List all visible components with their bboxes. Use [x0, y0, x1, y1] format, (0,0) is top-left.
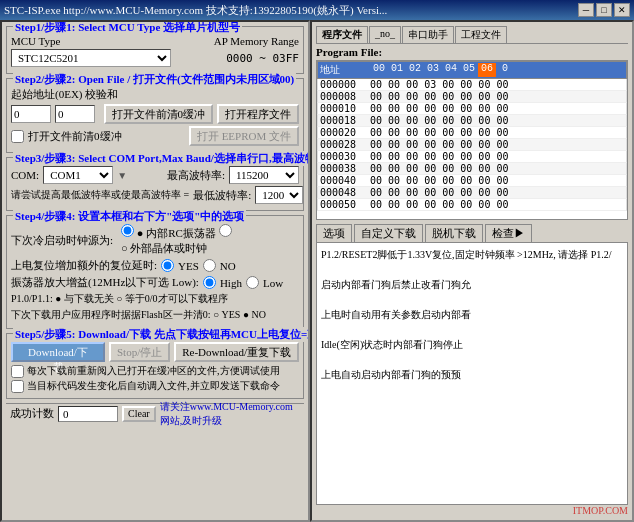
- clock-rc-radio[interactable]: [121, 224, 134, 237]
- close-button[interactable]: ✕: [614, 3, 630, 17]
- redownload-button[interactable]: Re-Download/重复下载: [174, 342, 299, 362]
- amp-label: 振荡器放大增益(12MHz以下可选 Low):: [11, 275, 199, 290]
- amp-high-radio[interactable]: [203, 276, 216, 289]
- amp-high-label: High: [220, 277, 242, 289]
- hex-col-07: 0: [496, 63, 514, 77]
- tab-custom-download[interactable]: 自定义下载: [354, 224, 423, 242]
- option-5: 上电自动启动内部看门狗的预预: [321, 367, 623, 382]
- mcu-type-select[interactable]: STC12C5201 STC12C5202 STC12C5A60S2: [11, 49, 171, 67]
- clear-label: 下次下载用户应用程序时据据Flash区一并清0: ○ YES ● NO: [11, 308, 266, 322]
- title-bar-buttons: ─ □ ✕: [578, 3, 630, 17]
- right-bottom-tabs: 选项 自定义下载 脱机下载 检查▶: [316, 224, 628, 242]
- reset-no-label: NO: [220, 260, 236, 272]
- left-panel: Step1/步骤1: Select MCU Type 选择单片机型号 MCU T…: [0, 20, 310, 522]
- min-baud-select[interactable]: 1200: [255, 186, 303, 204]
- count-value: 0: [63, 408, 69, 420]
- com-label: COM:: [11, 169, 39, 181]
- tab-no[interactable]: _no_: [369, 26, 401, 43]
- hex-col-04: 04: [442, 63, 460, 77]
- tab-project-file[interactable]: 工程文件: [455, 26, 507, 43]
- hex-row: 00000800 00 00 00 00 00 00 00: [317, 91, 627, 103]
- open-eeprom-button: 打开 EEPROM 文件: [189, 126, 299, 146]
- start-addr-input[interactable]: [11, 105, 51, 123]
- min-baud-hint: 请尝试提高最低波特率或使最高波特率 =: [11, 188, 189, 202]
- maximize-button[interactable]: □: [596, 3, 612, 17]
- option-1: P1.2/RESET2脚低于1.33V复位,固定时钟频率 >12MHz, 请选择…: [321, 247, 623, 262]
- hex-col-03: 03: [424, 63, 442, 77]
- tab-check[interactable]: 检查▶: [485, 224, 532, 242]
- program-file-label: Program File:: [316, 46, 382, 58]
- autoload-check[interactable]: [11, 380, 24, 393]
- right-panel: 程序文件 _no_ 串口助手 工程文件 Program File: 地址 00 …: [310, 20, 634, 522]
- clock-rc-label: ● 内部RC振荡器: [137, 227, 216, 239]
- hex-row: 00003000 00 00 00 00 00 00 00: [317, 151, 627, 163]
- hex-column-header: 地址 00 01 02 03 04 05 06 0: [317, 61, 627, 79]
- checksum-input[interactable]: [55, 105, 95, 123]
- clock-label: 下次冷启动时钟源为:: [11, 233, 113, 248]
- reload-check[interactable]: [11, 365, 24, 378]
- options-panel: P1.2/RESET2脚低于1.33V复位,固定时钟频率 >12MHz, 请选择…: [316, 242, 628, 505]
- hex-row: 00002800 00 00 00 00 00 00 00: [317, 139, 627, 151]
- p1-label: P1.0/P1.1: ● 与下载无关 ○ 等于0/0才可以下载程序: [11, 292, 228, 306]
- stop-button: Stop/停止: [109, 342, 170, 362]
- hex-addr-header: 地址: [320, 63, 370, 77]
- open-clear-button[interactable]: 打开文件前清0缓冲: [104, 104, 214, 124]
- hex-col-01: 01: [388, 63, 406, 77]
- min-baud-label: 最低波特率:: [193, 188, 251, 203]
- hex-col-00: 00: [370, 63, 388, 77]
- main-content: Step1/步骤1: Select MCU Type 选择单片机型号 MCU T…: [0, 20, 634, 522]
- hex-col-05: 05: [460, 63, 478, 77]
- clock-ext-label: ○ 外部晶体或时钟: [121, 242, 207, 254]
- com-select[interactable]: COM1: [43, 166, 113, 184]
- option-2: 启动内部看门狗后禁止改看门狗允: [321, 277, 623, 292]
- hex-row: 00005000 00 00 00 00 00 00 00: [317, 199, 627, 211]
- open-prog-button[interactable]: 打开程序文件: [217, 104, 299, 124]
- watermark: ITMOP.COM: [316, 505, 628, 516]
- hex-row: 00000000 00 00 03 00 00 00 00: [317, 79, 627, 91]
- option-3: 上电时自动用有关参数启动内部看: [321, 307, 623, 322]
- max-baud-label: 最高波特率:: [167, 168, 225, 183]
- open-clear2-checkbox[interactable]: [11, 130, 24, 143]
- addr-label: 起始地址(0EX) 校验和: [11, 87, 118, 102]
- status-link: 请关注www.MCU-Memory.com网站,及时升级: [160, 400, 300, 428]
- step2-group: Step2/步骤2: Open File / 打开文件(文件范围内未用区域00)…: [6, 78, 304, 153]
- step4-group: Step4/步骤4: 设置本框和右下方"选项"中的选项 下次冷启动时钟源为: ●…: [6, 215, 304, 329]
- reset-yes-radio[interactable]: [161, 259, 174, 272]
- count-label: 成功计数: [10, 406, 54, 421]
- reset-label: 上电复位增加额外的复位延时:: [11, 258, 157, 273]
- tab-serial-helper[interactable]: 串口助手: [402, 26, 454, 43]
- max-baud-select[interactable]: 115200: [229, 166, 299, 184]
- minimize-button[interactable]: ─: [578, 3, 594, 17]
- step4-title: Step4/步骤4: 设置本框和右下方"选项"中的选项: [13, 209, 246, 224]
- ap-range-label: AP Memory Range: [214, 35, 299, 47]
- hex-row: 00002000 00 00 00 00 00 00 00: [317, 127, 627, 139]
- step2-title: Step2/步骤2: Open File / 打开文件(文件范围内未用区域00): [13, 72, 296, 87]
- ap-range-value: 0000 ~ 03FF: [226, 52, 299, 65]
- mcu-type-label: MCU Type: [11, 35, 60, 47]
- title-bar-text: STC-ISP.exe http://www.MCU-Memory.com 技术…: [4, 3, 387, 18]
- hex-col-02: 02: [406, 63, 424, 77]
- hex-row: 00004000 00 00 00 00 00 00 00: [317, 175, 627, 187]
- autoload-label: 当目标代码发生变化后自动调入文件,并立即发送下载命令: [27, 379, 280, 393]
- hex-col-06: 06: [478, 63, 496, 77]
- tab-options[interactable]: 选项: [316, 224, 352, 242]
- status-bar: 成功计数 0 Clear 请关注www.MCU-Memory.com网站,及时升…: [6, 403, 304, 423]
- step5-group: Step5/步骤5: Download/下载 先点下载按钮再MCU上电复位=冷启…: [6, 333, 304, 399]
- tab-offline-download[interactable]: 脱机下载: [425, 224, 483, 242]
- clock-ext-radio[interactable]: [219, 224, 232, 237]
- reset-no-radio[interactable]: [203, 259, 216, 272]
- title-bar: STC-ISP.exe http://www.MCU-Memory.com 技术…: [0, 0, 634, 20]
- hex-row: 00004800 00 00 00 00 00 00 00: [317, 187, 627, 199]
- hex-rows-container: 00000000 00 00 03 00 00 00 0000000800 00…: [317, 79, 627, 211]
- download-button[interactable]: Download/下载: [11, 342, 105, 362]
- amp-low-radio[interactable]: [246, 276, 259, 289]
- tab-program-file[interactable]: 程序文件: [316, 26, 368, 43]
- hex-row: 00001800 00 00 00 00 00 00 00: [317, 115, 627, 127]
- reload-label: 每次下载前重新阅入已打开在缓冲区的文件,方便调试使用: [27, 364, 280, 378]
- step1-group: Step1/步骤1: Select MCU Type 选择单片机型号 MCU T…: [6, 26, 304, 74]
- option-4: Idle(空闲)状态时内部看门狗停止: [321, 337, 623, 352]
- clear-button[interactable]: Clear: [122, 406, 156, 422]
- count-display: 0: [58, 406, 118, 422]
- step5-title: Step5/步骤5: Download/下载 先点下载按钮再MCU上电复位=冷启…: [13, 327, 310, 342]
- hex-row: 00003800 00 00 00 00 00 00 00: [317, 163, 627, 175]
